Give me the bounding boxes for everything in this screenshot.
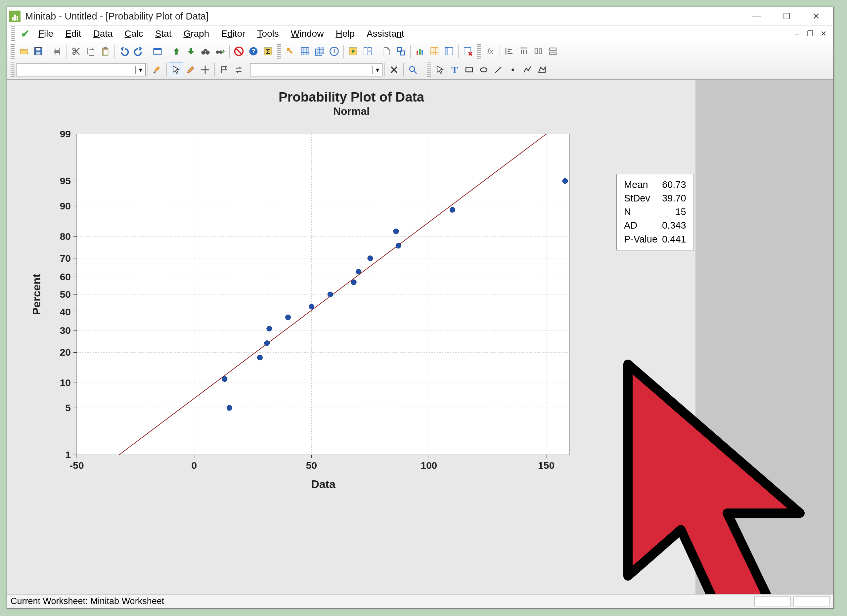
graph-panel: Probability Plot of Data Normal -5005010…	[7, 80, 695, 594]
svg-text:150: 150	[538, 460, 555, 471]
print-button[interactable]	[50, 44, 65, 59]
select-button[interactable]	[169, 62, 183, 77]
save-button[interactable]	[31, 44, 46, 59]
run-button[interactable]	[346, 44, 360, 59]
sigma-button[interactable]: Σ	[261, 44, 275, 59]
undo-button[interactable]	[117, 44, 131, 59]
stat-value: 60.73	[660, 178, 688, 191]
menu-tools[interactable]: Tools	[252, 27, 284, 40]
swap-button[interactable]	[231, 62, 246, 77]
flag-button[interactable]	[217, 62, 231, 77]
menu-window[interactable]: Window	[286, 27, 329, 40]
svg-point-19	[219, 51, 223, 54]
x-icon	[389, 65, 399, 75]
pencil-button[interactable]	[183, 62, 198, 77]
align-v-button[interactable]	[546, 44, 560, 59]
mdi-close-button[interactable]: ✕	[818, 29, 829, 38]
mdi-minimize-button[interactable]: –	[791, 29, 803, 38]
brush-button[interactable]	[150, 62, 164, 77]
svg-rect-44	[535, 49, 538, 54]
page-icon	[381, 46, 391, 56]
close-button[interactable]: ✕	[801, 7, 831, 25]
svg-text:i: i	[333, 48, 335, 55]
app-window: Minitab - Untitled - [Probability Plot o…	[7, 7, 834, 609]
worksheet2-button[interactable]	[312, 44, 327, 59]
stat-value: 0.343	[660, 219, 688, 232]
stat-label: P-Value	[622, 233, 660, 246]
stat-label: StDev	[622, 192, 660, 205]
menu-file[interactable]: File	[33, 27, 59, 40]
copy-button[interactable]	[83, 44, 98, 59]
find-button[interactable]	[198, 44, 213, 59]
info-icon: i	[329, 46, 339, 56]
arrange-button[interactable]	[360, 44, 375, 59]
line-button[interactable]	[491, 62, 506, 77]
svg-point-111	[227, 405, 232, 411]
menu-calc[interactable]: Calc	[120, 27, 149, 40]
cut-button[interactable]	[69, 44, 83, 59]
svg-rect-37	[416, 51, 418, 55]
help-button[interactable]: ?	[246, 44, 261, 59]
menu-assistant[interactable]: Assistant	[361, 27, 410, 40]
align-h-button[interactable]	[531, 44, 546, 59]
fx-button[interactable]: fx	[483, 44, 497, 59]
svg-text:50: 50	[306, 460, 317, 471]
chart-button[interactable]	[413, 44, 427, 59]
svg-line-51	[495, 67, 501, 73]
svg-text:60: 60	[60, 271, 71, 282]
project-manager-button[interactable]	[150, 44, 165, 59]
printer-icon	[52, 46, 62, 56]
grid-button[interactable]	[427, 44, 442, 59]
chevron-down-icon: ▾	[372, 66, 382, 74]
ellipse-button[interactable]	[477, 62, 491, 77]
distribute-icon	[519, 46, 529, 56]
distribute-button[interactable]	[516, 44, 531, 59]
new-doc-button[interactable]	[379, 44, 394, 59]
maximize-button[interactable]: ☐	[772, 7, 801, 25]
insert-button[interactable]	[283, 44, 298, 59]
zoom-button[interactable]	[406, 62, 420, 77]
pointer2-button[interactable]	[433, 62, 447, 77]
find-next-button[interactable]	[213, 44, 227, 59]
menu-editor[interactable]: Editor	[216, 27, 251, 40]
close-doc-button[interactable]	[460, 44, 475, 59]
chart-subtitle: Normal	[7, 105, 695, 118]
cancel-button[interactable]	[232, 44, 246, 59]
svg-text:5: 5	[65, 402, 71, 413]
menu-data[interactable]: Data	[88, 27, 118, 40]
stat-value: 15	[660, 205, 688, 218]
menu-graph[interactable]: Graph	[178, 27, 214, 40]
menu-edit[interactable]: Edit	[60, 27, 86, 40]
polyline-button[interactable]	[520, 62, 535, 77]
svg-text:Σ: Σ	[266, 48, 270, 55]
svg-rect-26	[301, 48, 309, 55]
style-selector[interactable]: ▾	[250, 63, 382, 77]
svg-rect-33	[368, 48, 371, 51]
report-button[interactable]	[442, 44, 456, 59]
menu-help[interactable]: Help	[330, 27, 360, 40]
rect-button[interactable]	[462, 62, 477, 77]
crosshair-button[interactable]	[198, 62, 212, 77]
tile-icon	[363, 46, 373, 56]
paste-button[interactable]	[98, 44, 112, 59]
element-selector[interactable]: ▾	[16, 63, 146, 77]
redo-button[interactable]	[131, 44, 146, 59]
svg-text:90: 90	[60, 200, 71, 211]
minimize-button[interactable]: —	[742, 7, 772, 25]
open-button[interactable]	[16, 44, 31, 59]
polygon-button[interactable]	[535, 62, 549, 77]
info-button[interactable]: i	[327, 44, 341, 59]
menu-stat[interactable]: Stat	[150, 27, 177, 40]
down-button[interactable]	[184, 44, 198, 59]
align-left-button[interactable]	[502, 44, 516, 59]
plot-area[interactable]: -50050100150151020304050607080909599Data…	[31, 127, 695, 498]
svg-rect-40	[431, 48, 438, 55]
delete-button[interactable]	[387, 62, 401, 77]
group-button[interactable]	[394, 44, 408, 59]
worksheet-button[interactable]	[298, 44, 312, 59]
text-button[interactable]: T	[447, 62, 462, 77]
svg-text:10: 10	[60, 377, 71, 388]
up-button[interactable]	[169, 44, 184, 59]
point-button[interactable]	[506, 62, 520, 77]
mdi-restore-button[interactable]: ❐	[805, 29, 816, 38]
